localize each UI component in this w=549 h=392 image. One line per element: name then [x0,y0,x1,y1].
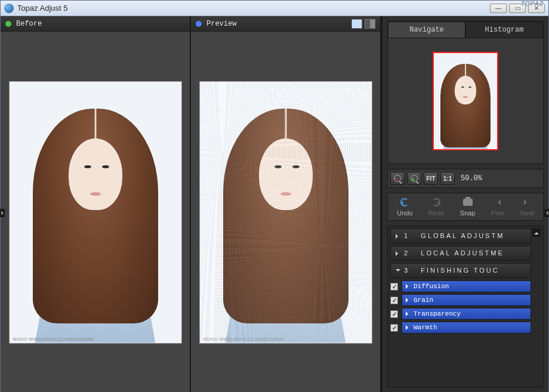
titlebar: Topaz Adjust 5 — ▭ ✕ [1,1,548,16]
workspace: Before MOKO! WWW.MOKO.CC/VANESSAWM Previ… [1,16,381,392]
navigator-thumbnail [433,52,498,150]
undo-icon [400,198,409,206]
section-local[interactable]: 2 LOCAL ADJUSTME [390,246,531,261]
section-global[interactable]: 1 GLOBAL ADJUSTM [390,229,531,243]
app-icon [4,4,14,13]
checkbox-diffusion[interactable]: ✓ [390,283,398,291]
watermark: MOKO! WWW.MOKO.CC/VANESSAWM [203,337,284,341]
subitem-transparency: ✓ Transparency [390,308,531,320]
chevron-right-icon [406,311,411,316]
prev-button[interactable]: Prev [491,197,505,217]
section-finishing[interactable]: 3 FINISHING TOUC [390,263,531,278]
preview-header: Preview [191,16,380,32]
preview-image: MOKO! WWW.MOKO.CC/VANESSAWM [199,81,372,344]
next-button[interactable]: Next [520,197,534,217]
checkbox-grain[interactable]: ✓ [390,297,398,304]
expand-left-icon[interactable] [0,209,5,217]
checkbox-transparency[interactable]: ✓ [390,310,398,318]
tab-navigate[interactable]: Navigate [388,21,465,38]
subbar-warmth[interactable]: Warmth [402,322,531,334]
subitem-grain: ✓ Grain [390,294,531,306]
zoom-in-button[interactable]: + [407,172,421,185]
preview-viewport[interactable]: MOKO! WWW.MOKO.CC/VANESSAWM [191,32,380,392]
redo-icon [432,198,440,206]
sidebar: TOPAZ Navigate Histogram − + FIT 1:1 [381,16,548,392]
redo-button[interactable]: Redo [428,197,444,217]
before-image: MOKO! WWW.MOKO.CC/VANESSAWM [9,81,182,344]
action-toolbar: Undo Redo Snap Prev Next [387,193,544,221]
brand-logo: TOPAZ [521,1,544,7]
adjustments-panel: 1 GLOBAL ADJUSTM 2 LOCAL ADJUSTME 3 FINI… [387,226,544,388]
chevron-right-icon [396,251,400,256]
scroll-up-icon[interactable] [532,229,541,237]
before-viewport[interactable]: MOKO! WWW.MOKO.CC/VANESSAWM [1,32,190,392]
checkbox-warmth[interactable]: ✓ [390,324,398,332]
preview-label: Preview [206,20,236,28]
status-dot-icon [196,21,202,27]
app-title: Topaz Adjust 5 [17,4,68,13]
before-label: Before [16,20,42,28]
navigator-preview[interactable] [388,38,543,163]
preview-pane: Preview MOKO! WWW.MOKO.CC/VANESSAWM [191,16,381,392]
subbar-grain[interactable]: Grain [402,294,531,306]
navigator-panel: Navigate Histogram [387,21,544,164]
tab-histogram[interactable]: Histogram [465,21,543,38]
chevron-left-icon [495,199,501,205]
chevron-right-icon [406,284,411,289]
subbar-diffusion[interactable]: Diffusion [402,280,531,292]
chevron-right-icon [406,298,411,303]
chevron-right-icon [406,325,411,330]
app-body: Before MOKO! WWW.MOKO.CC/VANESSAWM Previ… [1,16,548,392]
view-split-icon[interactable] [365,19,375,29]
snap-button[interactable]: Snap [460,197,476,217]
subitem-warmth: ✓ Warmth [390,322,531,334]
chevron-down-icon [396,269,400,274]
view-single-icon[interactable] [351,19,362,29]
minimize-button[interactable]: — [490,4,507,13]
watermark: MOKO! WWW.MOKO.CC/VANESSAWM [13,337,94,341]
zoom-level: 50.0% [461,174,482,183]
zoom-toolbar: − + FIT 1:1 50.0% [387,169,544,188]
expand-right-icon[interactable] [544,209,549,217]
app-window: Topaz Adjust 5 — ▭ ✕ Before MOKO! WWW.MO… [0,0,549,392]
zoom-actual-button[interactable]: 1:1 [440,172,455,185]
camera-icon [463,199,473,206]
chevron-right-icon [396,234,400,239]
zoom-out-button[interactable]: − [390,172,405,185]
subitem-diffusion: ✓ Diffusion [390,280,531,292]
chevron-right-icon [524,199,530,205]
subbar-transparency[interactable]: Transparency [402,308,531,320]
status-dot-icon [5,21,11,27]
undo-button[interactable]: Undo [397,197,412,217]
zoom-fit-button[interactable]: FIT [424,172,438,185]
before-header: Before [1,16,190,32]
before-pane: Before MOKO! WWW.MOKO.CC/VANESSAWM [1,16,191,392]
